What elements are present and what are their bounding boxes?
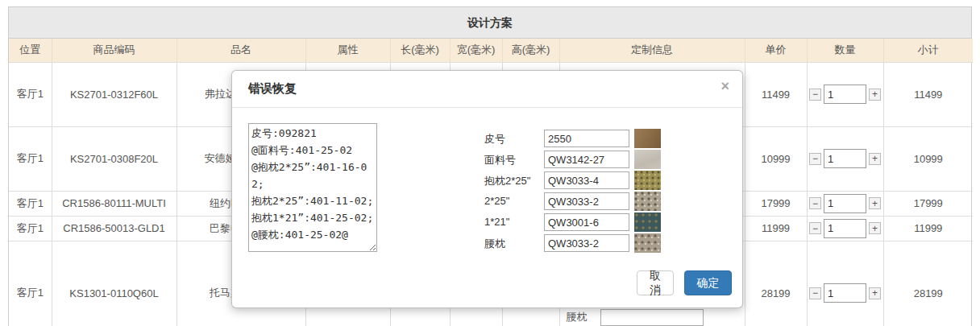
minus-icon[interactable]: − (809, 153, 821, 165)
plus-icon[interactable]: + (869, 153, 881, 165)
cell-quantity: − + (807, 241, 883, 326)
page-title: 设计方案 (9, 7, 971, 39)
cell-unit-price: 28199 (745, 241, 807, 326)
confirm-button[interactable]: 确定 (684, 270, 732, 295)
plus-icon[interactable]: + (869, 197, 881, 209)
col-height: 高(毫米) (502, 39, 559, 62)
minus-icon[interactable]: − (809, 222, 821, 234)
cell-subtotal: 11499 (883, 62, 973, 126)
cell-unit-price: 11499 (745, 62, 807, 126)
col-quantity: 数量 (807, 39, 883, 62)
cell-location: 客厅1 (9, 62, 52, 126)
table-header-row: 位置 商品编码 品名 属性 长(毫米) 宽(毫米) 高(毫米) 定制信息 单价 … (9, 39, 973, 62)
col-product-code: 商品编码 (52, 39, 176, 62)
dialog-header: 错误恢复 × (232, 71, 742, 108)
quantity-stepper[interactable] (824, 194, 866, 213)
col-location: 位置 (9, 39, 52, 62)
cell-product-code: CR1586-80111-MULTI (52, 191, 176, 216)
minus-icon[interactable]: − (809, 197, 821, 209)
field-label: 腰枕 (484, 237, 505, 251)
minus-icon[interactable]: − (809, 287, 821, 299)
dialog-footer: 取消 确定 (637, 270, 732, 295)
leather-no-input[interactable] (544, 130, 629, 147)
col-width: 宽(毫米) (450, 39, 502, 62)
col-custom-info: 定制信息 (559, 39, 745, 62)
fabric-swatch[interactable] (634, 129, 661, 148)
plus-icon[interactable]: + (869, 287, 881, 299)
fabric-swatch[interactable] (634, 192, 661, 211)
fabric-swatch[interactable] (634, 213, 661, 232)
cell-location: 客厅1 (9, 216, 52, 241)
cell-location: 客厅1 (9, 191, 52, 216)
quantity-stepper[interactable] (824, 283, 866, 303)
pillow-1x21-input[interactable] (544, 213, 629, 231)
cell-subtotal: 11999 (883, 216, 973, 241)
fabric-swatch[interactable] (634, 150, 661, 169)
field-label: 面料号 (484, 153, 516, 167)
fabric-swatch[interactable] (634, 171, 661, 190)
custom-field-input[interactable] (600, 309, 704, 326)
cell-quantity: − + (807, 62, 883, 126)
custom-field-label: 腰枕 (567, 310, 588, 324)
fabric-swatch[interactable] (634, 233, 661, 253)
cell-subtotal: 10999 (883, 126, 973, 191)
quantity-stepper[interactable] (824, 85, 866, 104)
dialog-title: 错误恢复 (248, 81, 297, 97)
cell-unit-price: 17999 (745, 191, 807, 216)
col-attribute: 属性 (305, 39, 390, 62)
field-label: 1*21" (484, 216, 509, 228)
col-length: 长(毫米) (390, 39, 450, 62)
cell-location: 客厅1 (9, 126, 52, 191)
plus-icon[interactable]: + (869, 89, 881, 101)
col-subtotal: 小计 (883, 39, 973, 62)
cell-quantity: − + (807, 216, 883, 241)
cell-location: 客厅1 (9, 241, 52, 326)
cell-subtotal: 28199 (883, 241, 973, 326)
quantity-stepper[interactable] (824, 219, 866, 238)
plus-icon[interactable]: + (869, 222, 881, 234)
col-unit-price: 单价 (745, 39, 807, 62)
field-label: 皮号 (484, 132, 505, 146)
pillow-2x25b-input[interactable] (544, 192, 629, 210)
cell-product-code: KS1301-0110Q60L (52, 241, 176, 326)
cell-product-code: KS2701-0308F20L (52, 126, 176, 191)
custom-field-waist-pillow: 腰枕 (560, 309, 745, 326)
waist-pillow-input[interactable] (544, 234, 629, 252)
quantity-stepper[interactable] (824, 149, 866, 168)
cell-product-code: KS2701-0312F60L (52, 62, 176, 126)
cell-subtotal: 17999 (883, 191, 973, 216)
fabric-no-input[interactable] (544, 151, 629, 168)
cell-quantity: − + (807, 191, 883, 216)
cancel-button[interactable]: 取消 (637, 270, 674, 295)
close-icon[interactable]: × (720, 79, 729, 93)
field-label: 抱枕2*25" (484, 174, 530, 188)
minus-icon[interactable]: − (809, 89, 821, 101)
pillow-2x25-input[interactable] (544, 171, 629, 189)
field-label: 2*25" (484, 195, 509, 207)
cell-unit-price: 10999 (745, 126, 807, 191)
cell-product-code: CR1586-50013-GLD1 (52, 216, 176, 241)
col-product-name: 品名 (176, 39, 305, 62)
error-recovery-dialog: 错误恢复 × 皮号:092821 @面料号:401-25-02 @抱枕2*25”… (231, 70, 743, 308)
cell-unit-price: 11999 (745, 216, 807, 241)
error-source-textarea[interactable]: 皮号:092821 @面料号:401-25-02 @抱枕2*25”:401-16… (248, 123, 377, 252)
cell-quantity: − + (807, 126, 883, 191)
